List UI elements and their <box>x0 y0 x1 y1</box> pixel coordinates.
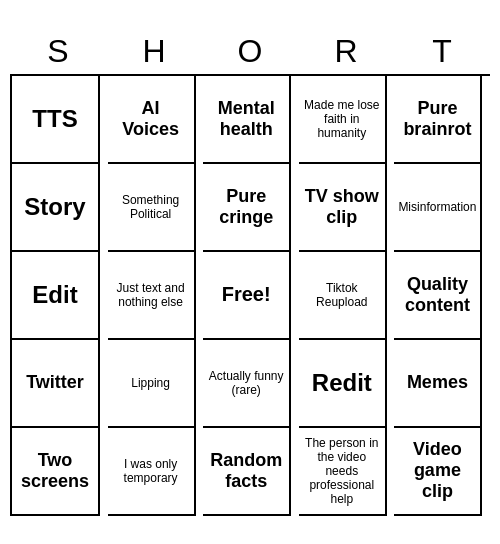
cell-text: Actually funny (rare) <box>207 369 285 397</box>
cell-text: Random facts <box>207 450 285 492</box>
cell-text: I was only temporary <box>112 457 190 485</box>
cell-text: TV show clip <box>303 186 381 228</box>
bingo-cell: The person in the video needs profession… <box>299 428 387 516</box>
cell-text: Pure cringe <box>207 186 285 228</box>
bingo-cell: Random facts <box>203 428 291 516</box>
bingo-cell: Misinformation <box>394 164 482 252</box>
cell-text: AI Voices <box>112 98 190 140</box>
bingo-cell: Lipping <box>108 340 196 428</box>
bingo-cell: TV show clip <box>299 164 387 252</box>
cell-text: Misinformation <box>398 200 476 214</box>
header-letter: T <box>398 33 486 70</box>
cell-text: The person in the video needs profession… <box>303 436 381 506</box>
bingo-cell: Memes <box>394 340 482 428</box>
cell-text: Redit <box>312 369 372 397</box>
cell-text: Memes <box>407 372 468 393</box>
header-letter: R <box>302 33 390 70</box>
cell-text: Edit <box>32 281 77 309</box>
cell-text: Tiktok Reupload <box>303 281 381 309</box>
bingo-cell: Twitter <box>12 340 100 428</box>
bingo-cell: Story <box>12 164 100 252</box>
bingo-cell: Mental health <box>203 76 291 164</box>
bingo-cell: Free! <box>203 252 291 340</box>
bingo-cell: Something Political <box>108 164 196 252</box>
bingo-cell: Pure cringe <box>203 164 291 252</box>
bingo-cell: Actually funny (rare) <box>203 340 291 428</box>
bingo-card: SHORT TTSAI VoicesMental healthMade me l… <box>10 29 490 516</box>
cell-text: Mental health <box>207 98 285 140</box>
cell-text: Just text and nothing else <box>112 281 190 309</box>
cell-text: Twitter <box>26 372 84 393</box>
bingo-cell: TTS <box>12 76 100 164</box>
bingo-cell: AI Voices <box>108 76 196 164</box>
bingo-header: SHORT <box>10 29 490 74</box>
bingo-cell: Quality content <box>394 252 482 340</box>
bingo-grid: TTSAI VoicesMental healthMade me lose fa… <box>10 74 490 516</box>
cell-text: Free! <box>222 283 271 306</box>
cell-text: Story <box>24 193 85 221</box>
bingo-cell: Redit <box>299 340 387 428</box>
bingo-cell: Tiktok Reupload <box>299 252 387 340</box>
bingo-cell: Pure brainrot <box>394 76 482 164</box>
cell-text: Made me lose faith in humanity <box>303 98 381 140</box>
bingo-cell: Edit <box>12 252 100 340</box>
cell-text: Something Political <box>112 193 190 221</box>
cell-text: Video game clip <box>398 439 476 502</box>
cell-text: Quality content <box>398 274 476 316</box>
bingo-cell: I was only temporary <box>108 428 196 516</box>
bingo-cell: Made me lose faith in humanity <box>299 76 387 164</box>
cell-text: Two screens <box>16 450 94 492</box>
cell-text: Pure brainrot <box>398 98 476 140</box>
bingo-cell: Video game clip <box>394 428 482 516</box>
bingo-cell: Just text and nothing else <box>108 252 196 340</box>
header-letter: H <box>110 33 198 70</box>
cell-text: Lipping <box>131 376 170 390</box>
cell-text: TTS <box>32 105 77 133</box>
header-letter: O <box>206 33 294 70</box>
bingo-cell: Two screens <box>12 428 100 516</box>
header-letter: S <box>14 33 102 70</box>
